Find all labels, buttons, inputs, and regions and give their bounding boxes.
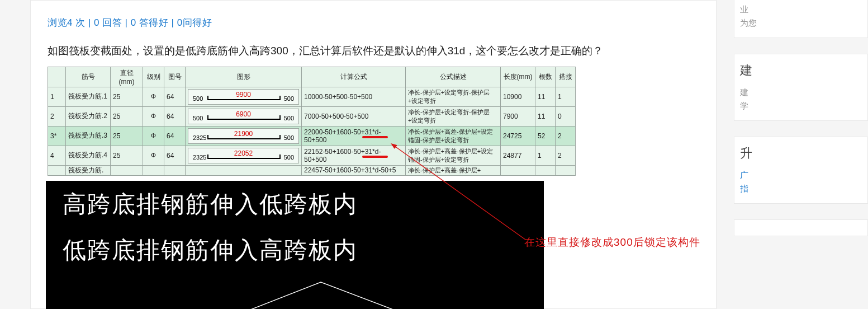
side1-l2: 为您 bbox=[740, 16, 867, 30]
cell-lap[interactable]: 2 bbox=[556, 146, 576, 165]
cell-length[interactable]: 10900 bbox=[501, 87, 535, 106]
table-row[interactable]: 2筏板受力筋.225Φ6450069005007000-50+500-50+50… bbox=[48, 106, 576, 126]
cell-jinhao[interactable]: 筏板受力筋.2 bbox=[66, 106, 111, 126]
cell-jinhao[interactable]: 筏板受力筋. bbox=[66, 165, 111, 175]
side2-s1: 建 bbox=[740, 86, 867, 99]
col-genshu[interactable]: 根数 bbox=[535, 67, 556, 87]
col-gongshi[interactable]: 计算公式 bbox=[302, 67, 406, 87]
cad-note-1: 高跨底排钢筋伸入低跨板内 bbox=[63, 189, 527, 220]
row-index: 3* bbox=[48, 126, 66, 146]
cell-shape[interactable]: 5006900500 bbox=[186, 106, 302, 126]
cell-length[interactable]: 24725 bbox=[501, 126, 535, 146]
question-stats: 浏览4 次 | 0 回答 | 0 答得好 | 0问得好 bbox=[48, 16, 699, 29]
cell-zhijing[interactable]: 25 bbox=[111, 146, 143, 165]
cell-jibie[interactable] bbox=[143, 165, 164, 175]
cell-tuhao[interactable] bbox=[164, 165, 186, 175]
question-text: 如图筏板变截面处，设置的是低跨底筋伸入高跨300，汇总计算后软件还是默认的伸入3… bbox=[48, 44, 699, 59]
col-dajie[interactable]: 搭接 bbox=[556, 67, 576, 87]
cell-formula[interactable]: 22457-50+1600-50+31*d-50+5 bbox=[302, 165, 406, 175]
cad-note-2: 低跨底排钢筋伸入高跨板内 bbox=[63, 235, 527, 266]
good-answers: 0 答得好 bbox=[131, 17, 169, 28]
cell-zhijing[interactable]: 25 bbox=[111, 106, 143, 126]
cad-drawing: 高跨底排钢筋伸入低跨板内 低跨底排钢筋伸入高跨板内 bbox=[46, 181, 544, 309]
table-row[interactable]: 3*筏板受力筋.325Φ6423252190050022000-50+1600-… bbox=[48, 126, 576, 146]
cell-desc[interactable]: 净长-保护层+设定弯折-保护层+设定弯折 bbox=[406, 87, 501, 106]
good-questions: 0问得好 bbox=[177, 17, 212, 28]
col-miaoshu[interactable]: 公式描述 bbox=[406, 67, 501, 87]
table-row[interactable]: 4筏板受力筋.425Φ6423252205250022152-50+1600-5… bbox=[48, 146, 576, 165]
cell-lap[interactable]: 1 bbox=[556, 87, 576, 106]
row-index: 4 bbox=[48, 146, 66, 165]
cell-shape[interactable]: 232522052500 bbox=[186, 146, 302, 165]
cell-count[interactable]: 11 bbox=[535, 106, 556, 126]
cell-formula[interactable]: 22000-50+1600-50+31*d-50+500 bbox=[302, 126, 406, 146]
cell-desc[interactable]: 净长-保护层+设定弯折-保护层+设定弯折 bbox=[406, 106, 501, 126]
col-zhijing[interactable]: 直径(mm) bbox=[111, 67, 143, 87]
cell-jinhao[interactable]: 筏板受力筋.3 bbox=[66, 126, 111, 146]
cell-jibie[interactable]: Φ bbox=[143, 146, 164, 165]
cell-shape[interactable]: 5009900500 bbox=[186, 87, 302, 106]
side3-s1[interactable]: 广 bbox=[740, 168, 867, 182]
cell-tuhao[interactable]: 64 bbox=[164, 146, 186, 165]
views: 浏览4 次 bbox=[48, 17, 86, 28]
col-jinhao[interactable]: 筋号 bbox=[66, 67, 111, 87]
side2-s2: 学 bbox=[740, 99, 867, 113]
row-index: 1 bbox=[48, 87, 66, 106]
side1-l1: 业 bbox=[740, 3, 867, 16]
cell-lap[interactable]: 0 bbox=[556, 106, 576, 126]
rebar-table: 筋号 直径(mm) 级别 图号 图形 计算公式 公式描述 长度(mm) 根数 搭… bbox=[48, 67, 576, 176]
answers: 0 回答 bbox=[94, 17, 122, 28]
cell-count[interactable] bbox=[535, 165, 556, 175]
cell-shape[interactable] bbox=[186, 165, 302, 175]
cell-desc[interactable]: 净长-保护层+高差-保护层+ bbox=[406, 165, 501, 175]
cell-lap[interactable]: 2 bbox=[556, 126, 576, 146]
table-row[interactable]: 1筏板受力筋.125Φ64500990050010000-50+500-50+5… bbox=[48, 87, 576, 106]
cell-tuhao[interactable]: 64 bbox=[164, 106, 186, 126]
row-index bbox=[48, 165, 66, 175]
cell-tuhao[interactable]: 64 bbox=[164, 87, 186, 106]
cell-lap[interactable] bbox=[556, 165, 576, 175]
cell-length[interactable] bbox=[501, 165, 535, 175]
cell-tuhao[interactable]: 64 bbox=[164, 126, 186, 146]
cell-formula[interactable]: 10000-50+500-50+500 bbox=[302, 87, 406, 106]
cell-desc[interactable]: 净长-保护层+高差-保护层+设定锚固-保护层+设定弯折 bbox=[406, 126, 501, 146]
col-rowhead bbox=[48, 67, 66, 87]
col-tuhao[interactable]: 图号 bbox=[164, 67, 186, 87]
cell-count[interactable]: 52 bbox=[535, 126, 556, 146]
table-row[interactable]: 筏板受力筋.22457-50+1600-50+31*d-50+5净长-保护层+高… bbox=[48, 165, 576, 175]
cell-zhijing[interactable]: 25 bbox=[111, 87, 143, 106]
cell-jibie[interactable]: Φ bbox=[143, 126, 164, 146]
cell-zhijing[interactable] bbox=[111, 165, 143, 175]
cell-jibie[interactable]: Φ bbox=[143, 106, 164, 126]
right-sidebar: 业 为您 建 建 学 升 广 指 bbox=[734, 0, 868, 309]
cell-length[interactable]: 24877 bbox=[501, 146, 535, 165]
col-changdu[interactable]: 长度(mm) bbox=[501, 67, 535, 87]
col-jibie[interactable]: 级别 bbox=[143, 67, 164, 87]
cell-count[interactable]: 1 bbox=[535, 146, 556, 165]
side3-title: 升 bbox=[740, 145, 867, 162]
cell-count[interactable]: 11 bbox=[535, 87, 556, 106]
row-index: 2 bbox=[48, 106, 66, 126]
cell-formula[interactable]: 22152-50+1600-50+31*d-50+500 bbox=[302, 146, 406, 165]
cell-shape[interactable]: 232521900500 bbox=[186, 126, 302, 146]
cell-jibie[interactable]: Φ bbox=[143, 87, 164, 106]
cell-jinhao[interactable]: 筏板受力筋.4 bbox=[66, 146, 111, 165]
col-tuxing[interactable]: 图形 bbox=[186, 67, 302, 87]
side3-s2[interactable]: 指 bbox=[740, 182, 867, 195]
cad-shape bbox=[227, 279, 406, 309]
side2-title: 建 bbox=[740, 62, 867, 79]
cell-zhijing[interactable]: 25 bbox=[111, 126, 143, 146]
cell-jinhao[interactable]: 筏板受力筋.1 bbox=[66, 87, 111, 106]
cell-length[interactable]: 7900 bbox=[501, 106, 535, 126]
cell-desc[interactable]: 净长-保护层+高差-保护层+设定锚固-保护层+设定弯折 bbox=[406, 146, 501, 165]
cell-formula[interactable]: 7000-50+500-50+500 bbox=[302, 106, 406, 126]
